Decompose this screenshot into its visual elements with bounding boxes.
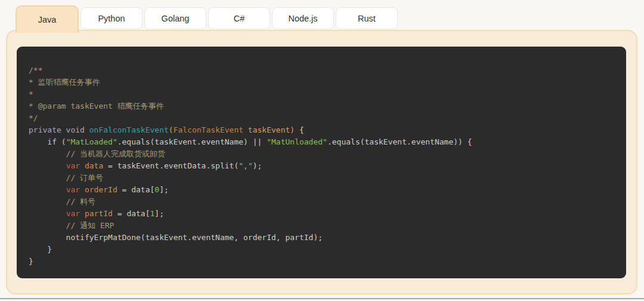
code-token: // 通知 ERP xyxy=(29,221,114,230)
code-token: ]; xyxy=(154,209,164,218)
code-token: */ xyxy=(29,113,38,122)
code-line: * 监听猎鹰任务事件 xyxy=(29,76,614,88)
code-line: if ("MatLoaded".equals(taskEvent.eventNa… xyxy=(29,136,614,148)
code-token: notifyErpMatDone(taskEvent.eventName, or… xyxy=(29,233,323,242)
code-block: /*** 监听猎鹰任务事件** @param taskEvent 猎鹰任务事件*… xyxy=(17,47,626,278)
code-token: FalconTaskEvent xyxy=(174,125,243,134)
code-token xyxy=(80,209,85,218)
code-token: 0 xyxy=(154,185,159,194)
code-token: taskEvent) xyxy=(243,125,295,134)
tab-rust[interactable]: Rust xyxy=(336,7,398,29)
code-token xyxy=(80,185,85,194)
tab-label: Rust xyxy=(358,14,376,23)
code-token: var xyxy=(66,185,80,194)
code-token: * xyxy=(29,90,33,99)
code-token xyxy=(29,185,66,194)
code-line: } xyxy=(29,244,614,256)
code-line: // 料号 xyxy=(29,196,614,208)
code-token: "MatLoaded" xyxy=(66,137,117,146)
tab-label: Python xyxy=(98,14,125,23)
code-line: * xyxy=(29,88,614,100)
tab-label: C# xyxy=(234,14,245,23)
code-line: */ xyxy=(29,112,614,124)
code-token: ); xyxy=(253,161,262,170)
code-token: // 当机器人完成取货或卸货 xyxy=(29,149,165,158)
code-token: orderId xyxy=(85,185,117,194)
code-token: ]; xyxy=(159,185,169,194)
code-token: = data[ xyxy=(113,209,150,218)
code-token: { xyxy=(295,125,304,134)
code-panel: /*** 监听猎鹰任务事件** @param taskEvent 猎鹰任务事件*… xyxy=(6,30,637,294)
page: { "tabs": [ {"label": "Java", "active": … xyxy=(0,0,644,301)
tab-bar: JavaPythonGolangC#Node.jsRust xyxy=(16,5,398,34)
code-token: } xyxy=(29,245,52,254)
code-line: // 当机器人完成取货或卸货 xyxy=(29,148,614,160)
code-line: var partId = data[1]; xyxy=(29,208,614,220)
code-token: "MatUnloaded" xyxy=(267,137,327,146)
tab-label: Node.js xyxy=(288,14,317,23)
code-token: data xyxy=(85,161,103,170)
code-line: var orderId = data[0]; xyxy=(29,184,614,196)
code-token: // 料号 xyxy=(29,197,95,206)
code-token: if ( xyxy=(29,137,66,146)
code-token xyxy=(29,209,66,218)
code-line: // 通知 ERP xyxy=(29,220,614,232)
code-line: notifyErpMatDone(taskEvent.eventName, or… xyxy=(29,232,614,244)
code-token: * @param taskEvent 猎鹰任务事件 xyxy=(29,102,164,110)
code-token: onFalconTaskEvent xyxy=(89,125,169,134)
code-token: * 监听猎鹰任务事件 xyxy=(29,78,100,87)
tab-c[interactable]: C# xyxy=(208,7,270,29)
code-line: } xyxy=(29,256,614,268)
code-token xyxy=(29,161,66,170)
code-token: } xyxy=(29,257,33,266)
tab-label: Java xyxy=(38,15,57,24)
bottom-rule xyxy=(0,298,644,299)
code-token: partId xyxy=(85,209,113,218)
tab-label: Golang xyxy=(162,14,190,23)
code-line: // 订单号 xyxy=(29,172,614,184)
code-token: .equals(taskEvent.eventName)) { xyxy=(327,137,472,146)
code-token xyxy=(80,161,85,170)
code-line: * @param taskEvent 猎鹰任务事件 xyxy=(29,100,614,112)
code-line: var data = taskEvent.eventData.split(","… xyxy=(29,160,614,172)
code-token: "," xyxy=(239,161,252,170)
tab-node-js[interactable]: Node.js xyxy=(272,7,334,29)
tab-golang[interactable]: Golang xyxy=(144,7,206,29)
code-token: ( xyxy=(169,125,174,134)
tab-java[interactable]: Java xyxy=(16,5,79,33)
code-token: var xyxy=(66,209,80,218)
code-token: private void xyxy=(29,125,89,134)
code-token: // 订单号 xyxy=(29,173,103,182)
code-token: var xyxy=(66,161,80,170)
code-token: /** xyxy=(29,66,42,75)
code-token: = taskEvent.eventData.split( xyxy=(103,161,239,170)
code-token: .equals(taskEvent.eventName) || xyxy=(117,137,267,146)
tab-python[interactable]: Python xyxy=(80,7,143,29)
code-token: = data[ xyxy=(117,185,155,194)
code-line: /** xyxy=(29,64,614,76)
code-line: private void onFalconTaskEvent(FalconTas… xyxy=(29,124,614,136)
